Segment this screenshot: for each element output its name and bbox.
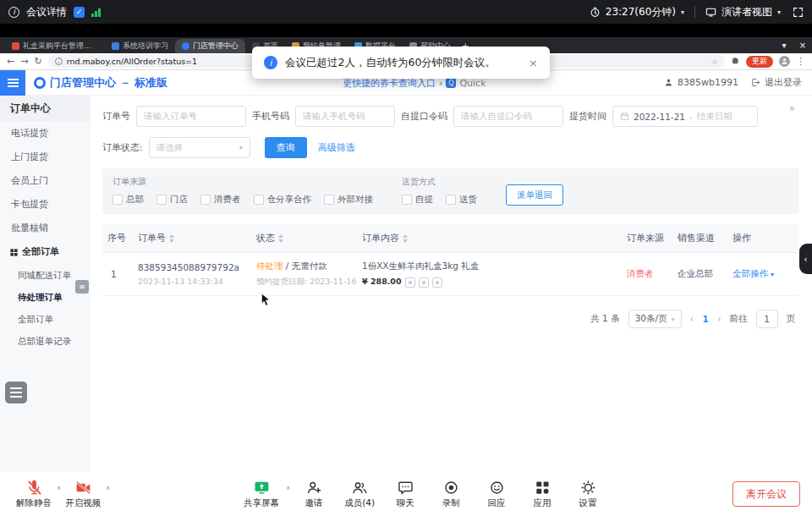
source-checkbox-warehouse-coop[interactable]: 仓分享合作 [254,194,312,206]
next-page-button[interactable]: › [717,313,721,325]
dispatch-return-button[interactable]: 派单退回 [506,184,563,206]
goto-label: 前往 [730,313,748,325]
sort-icon[interactable] [403,234,408,243]
checkbox-icon [402,195,412,205]
th-content[interactable]: 订单内容 [357,232,622,244]
record-button[interactable]: 录制 [429,480,473,509]
phone-input[interactable]: 请输入手机号码 [295,106,395,127]
chrome-update-button[interactable]: 更新 [746,56,773,68]
order-no-input[interactable]: 请输入订单号 [136,106,246,127]
current-page[interactable]: 1 [702,314,708,324]
sidebar-item-batch-writeoff[interactable]: 批量核销 [0,217,91,240]
sort-icon[interactable] [169,234,174,243]
share-options-caret-icon[interactable]: ∧ [286,485,290,491]
tab-search-caret-icon[interactable]: ▾ [775,41,793,50]
members-button[interactable]: 成员(4) [337,480,381,509]
date-range-input[interactable]: 2022-11-21 - 结束日期 [612,106,758,127]
control-label: 设置 [579,497,597,509]
view-mode-label[interactable]: 演讲者视图 [721,5,772,19]
all-actions-dropdown[interactable]: 全部操作 ▾ [727,268,798,280]
reaction-button[interactable]: 回应 [475,480,518,509]
invite-button[interactable]: 邀请 [292,480,336,509]
delivery-method-group: 送货方式 自提 送货 [402,176,477,206]
security-shield-icon[interactable]: ✓ [74,7,85,18]
browser-tab-active[interactable]: 门店管理中心 [175,39,245,53]
code-input[interactable]: 请输入自提口令码 [453,106,563,127]
apps-button[interactable]: 应用 [520,480,564,509]
extensions-puzzle-icon[interactable] [731,57,740,66]
side-panel-handle[interactable]: ‹ [799,244,812,274]
tab-title: 系统培训学习 [123,41,168,52]
site-info-icon[interactable]: i [55,58,63,65]
sidebar-group-all-orders[interactable]: 全部订单 [0,240,91,264]
cell-order-no: 83859345088979792a 2023-11-13 14:33:34 [133,262,251,286]
meeting-topbar: i 会议详情 ✓ 23:27(60分钟) ▾ 演讲者视图 ▾ [0,0,812,24]
sidebar-item-hq-return-records[interactable]: 总部退单记录 [0,330,91,352]
source-checkbox-store[interactable]: 门店 [156,194,188,206]
delivery-checkbox-selfpickup[interactable]: 自提 [402,194,433,206]
browser-menu-button[interactable]: ⋮ [796,56,805,67]
prev-page-button[interactable]: ‹ [690,313,694,325]
start-video-button[interactable]: 开启视频 [61,480,105,509]
search-button[interactable]: 查询 [265,137,307,158]
forward-button[interactable]: → [20,56,28,67]
order-status-select[interactable]: 请选择 ▾ [149,137,250,158]
nav-hamburger-button[interactable] [0,70,25,96]
th-label: 订单内容 [362,232,399,244]
collapse-filters-icon[interactable]: » [789,102,795,114]
toast-close-button[interactable]: × [529,57,538,69]
th-status[interactable]: 状态 [251,232,357,244]
control-label: 应用 [534,497,551,509]
sidebar-item-all-orders[interactable]: 全部订单 [0,308,91,330]
meeting-details-label[interactable]: 会议详情 [26,5,67,19]
order-no-label: 订单号 [102,110,130,123]
order-no-placeholder: 请输入订单号 [144,111,197,123]
chat-bubble-icon [398,480,414,496]
floating-list-icon[interactable] [5,382,27,403]
timer-caret-icon[interactable]: ▾ [681,8,684,16]
meeting-timer[interactable]: 23:27(60分钟) [606,5,676,19]
username[interactable]: 8385wb1991 [678,77,738,88]
page-size-select[interactable]: 30条/页▾ [628,310,682,328]
back-button[interactable]: ← [7,56,14,67]
reload-button[interactable]: ↻ [34,56,41,67]
logo-icon [34,77,46,89]
browser-tab[interactable]: 系统培训学习 [105,39,175,53]
order-extra-icon-2[interactable] [419,277,429,288]
order-extra-icon-1[interactable] [405,277,415,288]
fullscreen-icon[interactable] [793,7,804,18]
settings-button[interactable]: 设置 [566,480,610,509]
share-screen-button[interactable]: 共享屏幕 [239,480,283,509]
sidebar-item-door-pickup[interactable]: 上门提货 [0,145,91,169]
th-order-no[interactable]: 订单号 [133,232,251,244]
view-caret-icon[interactable]: ▾ [777,8,781,16]
sidebar-item-member-visit[interactable]: 会员上门 [0,169,91,193]
window-close-button[interactable]: × [793,41,812,50]
sidebar-item-card-pickup[interactable]: 卡包提货 [0,193,91,217]
calendar-icon [620,112,629,121]
browser-window: 礼盒采购平台管理中心 系统培训学习 门店管理中心 首页 预约单管理 数据平台 帮… [0,37,812,472]
profile-avatar[interactable] [779,56,790,67]
sort-icon[interactable] [278,234,283,243]
video-options-caret-icon[interactable]: ∧ [106,485,110,491]
source-checkbox-hq[interactable]: 总部 [112,194,144,206]
delivery-checkbox-delivery[interactable]: 送货 [446,194,477,206]
sidebar-item-phone-pickup[interactable]: 电话提货 [0,122,91,145]
source-checkbox-consumer[interactable]: 消费者 [200,194,241,206]
page-size-value: 30条/页 [635,313,667,325]
tab-favicon [182,42,189,50]
unmute-button[interactable]: 解除静音 [12,480,56,509]
checkbox-label: 消费者 [214,194,241,206]
advanced-filter-link[interactable]: 高级筛选 [318,141,355,154]
leave-meeting-button[interactable]: 离开会议 [732,481,800,507]
filter-row-2: 订单状态: 请选择 ▾ 查询 高级筛选 [102,137,798,158]
bookmark-star-icon[interactable]: ☆ [711,58,718,66]
order-extra-icon-3[interactable] [432,277,442,288]
record-icon [443,480,459,496]
source-checkbox-external[interactable]: 外部对接 [324,194,373,206]
goto-page-input[interactable]: 1 [756,310,778,328]
chat-button[interactable]: 聊天 [383,480,427,509]
logout-button[interactable]: 退出登录 [765,76,802,89]
browser-tab[interactable]: 礼盒采购平台管理中心 [5,39,105,53]
sidebar-quick-handle-icon[interactable]: ≡ [75,280,89,294]
